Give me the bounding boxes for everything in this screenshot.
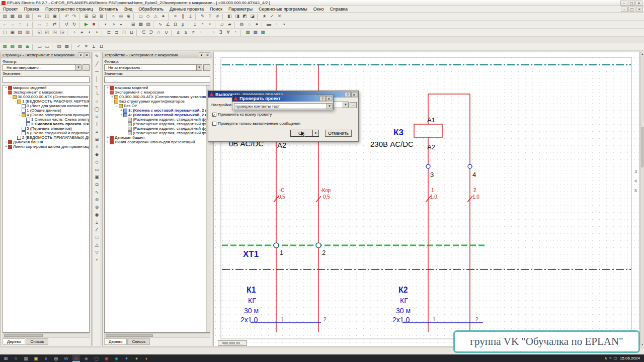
- tree-expander-icon[interactable]: -: [110, 99, 114, 104]
- tree-item[interactable]: -1 (ВЕДОМОСТЬ РАБОЧИХ ЧЕРТЕЖЕЙ ОСНОВН: [3, 99, 89, 104]
- toolbar-icon[interactable]: ◇: [144, 13, 152, 20]
- scroll-up-icon[interactable]: ▲: [640, 52, 644, 56]
- tray-icon[interactable]: ∧: [604, 356, 607, 360]
- toolbar-icon[interactable]: ∋: [147, 29, 155, 36]
- tree-expander-icon[interactable]: +: [110, 95, 114, 99]
- toolbar-icon[interactable]: ∿: [156, 21, 164, 28]
- panel-close-icon[interactable]: ✕: [84, 52, 90, 57]
- taskbar-app-icon[interactable]: ▢: [93, 355, 100, 362]
- toolbar-icon[interactable]: T: [94, 121, 101, 128]
- toolbar-icon[interactable]: ⊗: [94, 204, 101, 211]
- toolbar-icon[interactable]: ○: [94, 99, 101, 106]
- toolbar-icon[interactable]: ∪: [94, 114, 101, 121]
- toolbar-icon[interactable]: △: [152, 13, 159, 20]
- devices-tree[interactable]: +макросы моделей-Эксперимент с макросами…: [104, 85, 210, 333]
- tree-expander-icon[interactable]: +: [4, 85, 8, 90]
- relay-k3-pin4[interactable]: 4: [472, 171, 476, 178]
- toolbar-icon[interactable]: △: [94, 242, 101, 249]
- toolbar-icon[interactable]: μ: [179, 21, 187, 28]
- toolbar-icon[interactable]: ●: [253, 21, 261, 28]
- toolbar-icon[interactable]: ±: [191, 21, 199, 28]
- tree-expander-icon[interactable]: +: [4, 144, 8, 149]
- toolbar-icon[interactable]: ◕: [78, 29, 86, 36]
- toolbar-icon[interactable]: Σ: [90, 43, 98, 50]
- toolbar-icon[interactable]: ◩: [241, 13, 249, 20]
- panel-tab-tree[interactable]: Дерево: [104, 338, 127, 345]
- toolbar-icon[interactable]: ✓: [75, 43, 83, 50]
- tray-icon[interactable]: ≈: [609, 356, 611, 360]
- toolbar-icon[interactable]: ⊥: [187, 13, 194, 20]
- tree-item[interactable]: 1 Силовая часть. Схема электрическая: [3, 117, 89, 122]
- toolbar-icon[interactable]: ◎: [117, 13, 125, 20]
- toolbar-icon[interactable]: ⊞: [129, 21, 137, 28]
- toolbar-icon[interactable]: ⊐: [113, 29, 120, 36]
- tray-icon[interactable]: ▭: [613, 356, 617, 360]
- tree-item[interactable]: 0 (Лист для указания количества листов в…: [3, 104, 89, 108]
- cable-k2[interactable]: К2 КГ 30 м 2x1,0: [392, 286, 411, 324]
- tree-expander-icon[interactable]: -: [18, 113, 22, 117]
- tree-expander-icon[interactable]: +: [119, 108, 123, 113]
- devices-panel-header[interactable]: Устройство - Эксперимент с макросами ▾ ✕: [103, 52, 212, 58]
- toolbar-icon[interactable]: ≈: [206, 21, 214, 28]
- tree-item[interactable]: +Дымская башня: [3, 140, 89, 144]
- toolbar-icon[interactable]: ∴: [232, 29, 239, 36]
- ok-dropdown-icon[interactable]: ▼: [313, 130, 319, 137]
- tree-expander-icon[interactable]: -: [115, 104, 119, 108]
- toolbar-icon[interactable]: ∩: [155, 29, 163, 36]
- toolbar-icon[interactable]: ▭: [94, 166, 101, 173]
- pages-hscrollbar[interactable]: [3, 333, 90, 338]
- close-icon[interactable]: ✕: [351, 92, 357, 97]
- toolbar-icon[interactable]: ▤: [144, 21, 152, 28]
- toolbar-icon[interactable]: ■: [90, 21, 98, 28]
- toolbar-icon[interactable]: ±: [94, 219, 101, 226]
- toolbar-icon[interactable]: ▤: [16, 29, 24, 36]
- tree-expander-icon[interactable]: -: [9, 95, 13, 99]
- panel-tab-list[interactable]: Список: [26, 338, 48, 345]
- chevron-down-icon[interactable]: ▼: [196, 65, 202, 70]
- tree-item[interactable]: -Эксперимент с макросами: [105, 90, 210, 95]
- scrollbar-thumb[interactable]: [106, 334, 153, 337]
- toolbar-icon[interactable]: Ω: [94, 182, 101, 189]
- toolbar-icon[interactable]: ◗: [93, 29, 101, 36]
- menu-item[interactable]: Сервисные программы: [256, 6, 310, 13]
- toolbar-icon[interactable]: ↶: [63, 13, 70, 20]
- toolbar-icon[interactable]: ⊔: [128, 29, 135, 36]
- toolbar-icon[interactable]: ≠: [190, 29, 197, 36]
- taskbar-app-icon[interactable]: W: [62, 355, 70, 362]
- scroll-down-icon[interactable]: ▼: [640, 342, 644, 346]
- tree-item[interactable]: -Без ОУ: [105, 104, 210, 108]
- tree-expander-icon[interactable]: +: [119, 113, 123, 117]
- menu-item[interactable]: Данные проекта: [167, 6, 207, 13]
- taskbar-app-icon[interactable]: ▣: [32, 355, 40, 362]
- toolbar-icon[interactable]: ⊠: [98, 13, 105, 20]
- toolbar-icon[interactable]: ▱: [218, 21, 226, 28]
- toolbar-icon[interactable]: ✕: [276, 13, 283, 20]
- toolbar-icon[interactable]: #: [94, 144, 101, 151]
- tree-item[interactable]: +макросы моделей: [105, 85, 210, 90]
- tree-item[interactable]: 2 Силовая часть проекта. Схема элект: [3, 122, 89, 126]
- chevron-down-icon[interactable]: ▼: [75, 65, 81, 70]
- taskbar-app-icon[interactable]: ◎: [52, 355, 60, 362]
- menu-item[interactable]: Вставить: [96, 6, 121, 13]
- tree-item[interactable]: -Без структурных идентификаторов: [105, 99, 210, 104]
- toolbar-icon[interactable]: ≡: [172, 13, 179, 20]
- tree-expander-icon[interactable]: +: [106, 85, 110, 90]
- scrollbar-thumb[interactable]: [4, 334, 43, 337]
- tree-expander-icon[interactable]: +: [106, 140, 110, 144]
- toolbar-icon[interactable]: ≤: [175, 29, 182, 36]
- menu-item[interactable]: Параметры: [225, 6, 256, 13]
- toolbar-icon[interactable]: ●: [159, 13, 167, 20]
- toolbar-icon[interactable]: ⊕: [125, 13, 132, 20]
- devices-hscrollbar[interactable]: [104, 333, 210, 338]
- toolbar-icon[interactable]: ◳: [51, 29, 58, 36]
- toolbar-icon[interactable]: ◰: [43, 29, 51, 36]
- taskbar-app-icon[interactable]: ◐: [143, 355, 150, 362]
- tree-expander-icon[interactable]: -: [106, 90, 110, 95]
- toolbar-icon[interactable]: ▽: [94, 249, 101, 256]
- toolbar-icon[interactable]: ↔: [36, 21, 43, 28]
- mdi-minimize-button[interactable]: –: [621, 7, 628, 12]
- check-scheme-combo[interactable]: проверки контакты тест ▼: [234, 103, 333, 109]
- toolbar-icon[interactable]: ↓: [24, 21, 31, 28]
- help-icon[interactable]: ?: [319, 96, 326, 101]
- tree-expander-icon[interactable]: -: [13, 99, 17, 104]
